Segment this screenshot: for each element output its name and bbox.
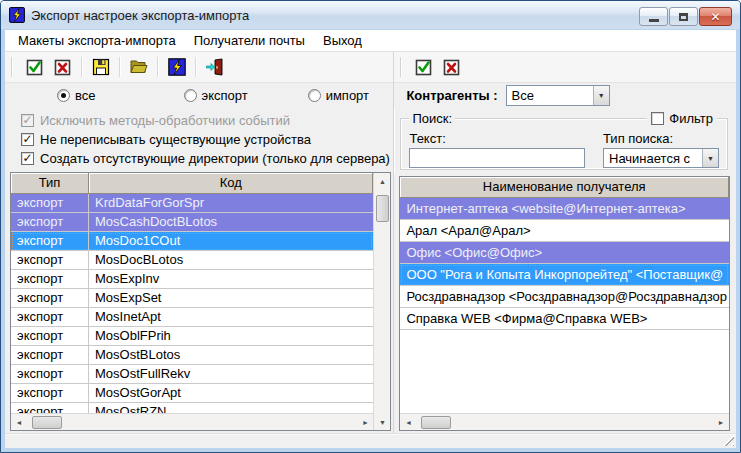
check-all-button[interactable] [410,54,438,80]
cell-type: экспорт [11,213,89,231]
table-row[interactable]: экспортMosDocBLotos [11,251,373,270]
counterparty-value: Все [507,86,593,105]
column-header-recipient[interactable]: Наименование получателя [400,177,729,198]
option-row[interactable]: Не переписывать существующие устройства [21,130,393,149]
table-row[interactable]: Справка WEB <Фирма@Справка WEB> [400,308,729,330]
filter-checkbox[interactable] [651,112,664,125]
table-row[interactable]: экспортMosExpInv [11,270,373,289]
radio-icon[interactable] [308,89,321,102]
recipients-table: Наименование получателя Интернет-аптека … [399,176,730,431]
column-header-code[interactable]: Код [89,173,373,194]
table-row[interactable]: ООО "Рога и Копыта Инкорпорейтед" <Поста… [400,264,729,286]
cell-type: экспорт [11,327,89,345]
cell-type: экспорт [11,194,89,212]
radio-icon[interactable] [184,89,197,102]
app-lightning-icon [9,7,25,23]
check-all-icon [413,56,435,78]
recipients-hscrollbar[interactable]: ◄ ► [400,413,729,430]
cell-code: MosCashDoctBLotos [89,213,373,231]
scroll-left-icon[interactable]: ◄ [400,414,416,430]
chevron-down-icon[interactable]: ▼ [702,149,718,167]
table-row[interactable]: экспортMosExpSet [11,289,373,308]
menu-layouts[interactable]: Макеты экспорта-импорта [9,31,185,50]
table-row[interactable]: экспортMosOstGorApt [11,384,373,403]
vscroll-thumb[interactable] [376,195,389,222]
option-label: Не переписывать существующие устройства [40,132,311,147]
table-row[interactable]: Арал <Арал@Арал> [400,220,729,242]
uncheck-all-button[interactable] [438,54,466,80]
hscroll-thumb[interactable] [421,416,451,429]
export-button[interactable] [163,54,191,80]
open-button[interactable] [125,54,153,80]
menu-mail-recipients[interactable]: Получатели почты [185,31,314,50]
counterparty-dropdown[interactable]: Все ▼ [506,85,610,106]
cell-type: экспорт [11,365,89,383]
table-row[interactable]: экспортKrdDataForGorSpr [11,194,373,213]
cell-recipient: Офис <Офис@Офис> [400,242,729,263]
cell-recipient: Росздравнадзор <Росздравнадзор@Росздравн… [400,286,729,307]
table-row[interactable]: экспортMosDoc1COut [11,232,373,251]
table-row[interactable]: экспортMosCashDoctBLotos [11,213,373,232]
cell-type: экспорт [11,289,89,307]
minimize-button[interactable] [639,7,668,26]
titlebar[interactable]: Экспорт настроек экспорта-импорта ✕ [1,1,740,29]
chevron-down-icon[interactable]: ▼ [593,86,609,105]
cell-code: KrdDataForGorSpr [89,194,373,212]
exit-door-icon [204,56,226,78]
cell-code: MosOblFPrih [89,327,373,345]
cell-code: MosDocBLotos [89,251,373,269]
layouts-panel: всеэкспортимпорт Исключить методы-обрабо… [5,52,393,433]
open-folder-icon [128,56,150,78]
app-window: Экспорт настроек экспорта-импорта ✕ Маке… [0,0,741,453]
cell-recipient: Интернет-аптека <website@Интернет-аптека… [400,198,729,219]
table-row[interactable]: Интернет-аптека <website@Интернет-аптека… [400,198,729,220]
radio-icon[interactable] [57,89,70,102]
scroll-up-icon[interactable]: ▲ [374,173,390,189]
uncheck-all-button[interactable] [49,54,77,80]
table-row[interactable]: Росздравнадзор <Росздравнадзор@Росздравн… [400,286,729,308]
export-options: Исключить методы-обработчики событийНе п… [5,107,393,170]
table-row[interactable]: экспортMosInetApt [11,308,373,327]
resize-grip[interactable] [722,434,734,446]
table-row[interactable]: Офис <Офис@Офис> [400,242,729,264]
radio-option[interactable]: импорт [308,88,369,103]
cell-type: экспорт [11,232,89,250]
menu-exit[interactable]: Выход [314,31,371,50]
hscroll-thumb[interactable] [32,416,62,429]
scroll-down-icon[interactable]: ▼ [374,414,390,430]
search-groupbox: Поиск: Фильтр Текст: Тип поиска: Начинае… [400,118,728,170]
checkbox-icon[interactable] [21,152,34,165]
right-toolbar [394,52,736,83]
maximize-button[interactable] [669,7,698,26]
cell-code: MosInetApt [89,308,373,326]
toolbar-grip [11,57,13,77]
exit-button[interactable] [201,54,229,80]
scroll-right-icon[interactable]: ► [713,414,729,430]
toolbar-grip [400,57,402,77]
table-row[interactable]: экспортMosOstRZN [11,403,373,413]
search-type-dropdown[interactable]: Начинается с ▼ [603,148,719,168]
layouts-hscrollbar[interactable]: ◄ ► [11,413,373,430]
close-button[interactable]: ✕ [699,7,732,26]
checkbox-icon[interactable] [21,133,34,146]
scroll-left-icon[interactable]: ◄ [11,414,27,430]
table-row[interactable]: экспортMosOstBLotos [11,346,373,365]
save-button[interactable] [87,54,115,80]
toolbar-separator [195,57,197,77]
table-row[interactable]: экспортMosOstFullRekv [11,365,373,384]
search-text-input[interactable] [409,148,585,168]
column-header-type[interactable]: Тип [11,173,89,194]
cell-recipient: ООО "Рога и Копыта Инкорпорейтед" <Поста… [400,264,729,285]
layouts-vscrollbar[interactable]: ▲ ▼ [373,173,390,430]
table-row[interactable]: экспортMosOblFPrih [11,327,373,346]
cell-code: MosOstGorApt [89,384,373,402]
cell-type: экспорт [11,346,89,364]
radio-option[interactable]: все [57,88,96,103]
check-all-button[interactable] [21,54,49,80]
filter-label: Фильтр [669,111,713,126]
scroll-right-icon[interactable]: ► [357,414,373,430]
status-bar [5,433,736,448]
client-area: Макеты экспорта-импорта Получатели почты… [5,30,736,448]
radio-option[interactable]: экспорт [184,88,248,103]
option-row[interactable]: Создать отсутствующие директории (только… [21,149,393,168]
